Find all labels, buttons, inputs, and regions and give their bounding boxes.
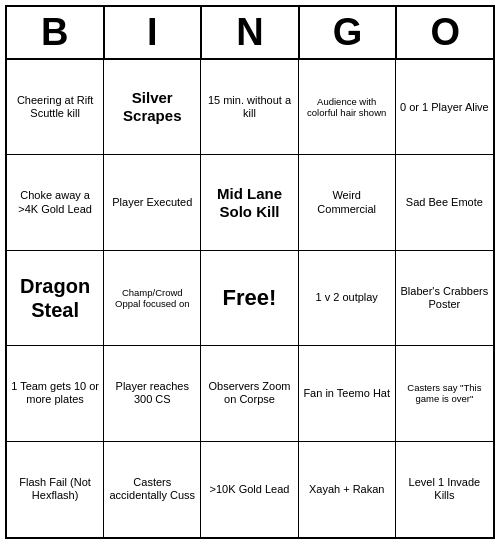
bingo-cell-19[interactable]: Casters say "This game is over" [396, 346, 493, 441]
bingo-cell-15[interactable]: 1 Team gets 10 or more plates [7, 346, 104, 441]
bingo-header: BINGO [7, 7, 493, 60]
bingo-cell-3[interactable]: Audience with colorful hair shown [299, 60, 396, 155]
bingo-cell-20[interactable]: Flash Fail (Not Hexflash) [7, 442, 104, 537]
header-letter-o: O [397, 7, 493, 58]
bingo-cell-2[interactable]: 15 min. without a kill [201, 60, 298, 155]
bingo-card: BINGO Cheering at Rift Scuttle killSilve… [5, 5, 495, 539]
bingo-cell-9[interactable]: Sad Bee Emote [396, 155, 493, 250]
bingo-cell-22[interactable]: >10K Gold Lead [201, 442, 298, 537]
bingo-cell-14[interactable]: Blaber's Crabbers Poster [396, 251, 493, 346]
bingo-cell-18[interactable]: Fan in Teemo Hat [299, 346, 396, 441]
header-letter-n: N [202, 7, 300, 58]
bingo-cell-1[interactable]: Silver Scrapes [104, 60, 201, 155]
bingo-cell-11[interactable]: Champ/Crowd Oppal focused on [104, 251, 201, 346]
bingo-grid: Cheering at Rift Scuttle killSilver Scra… [7, 60, 493, 537]
bingo-cell-0[interactable]: Cheering at Rift Scuttle kill [7, 60, 104, 155]
bingo-cell-7[interactable]: Mid Lane Solo Kill [201, 155, 298, 250]
bingo-cell-12[interactable]: Free! [201, 251, 298, 346]
header-letter-g: G [300, 7, 398, 58]
bingo-cell-16[interactable]: Player reaches 300 CS [104, 346, 201, 441]
bingo-cell-10[interactable]: Dragon Steal [7, 251, 104, 346]
bingo-cell-4[interactable]: 0 or 1 Player Alive [396, 60, 493, 155]
header-letter-b: B [7, 7, 105, 58]
bingo-cell-6[interactable]: Player Executed [104, 155, 201, 250]
bingo-cell-5[interactable]: Choke away a >4K Gold Lead [7, 155, 104, 250]
bingo-cell-17[interactable]: Observers Zoom on Corpse [201, 346, 298, 441]
bingo-cell-21[interactable]: Casters accidentally Cuss [104, 442, 201, 537]
bingo-cell-23[interactable]: Xayah + Rakan [299, 442, 396, 537]
bingo-cell-13[interactable]: 1 v 2 outplay [299, 251, 396, 346]
bingo-cell-8[interactable]: Weird Commercial [299, 155, 396, 250]
bingo-cell-24[interactable]: Level 1 Invade Kills [396, 442, 493, 537]
header-letter-i: I [105, 7, 203, 58]
